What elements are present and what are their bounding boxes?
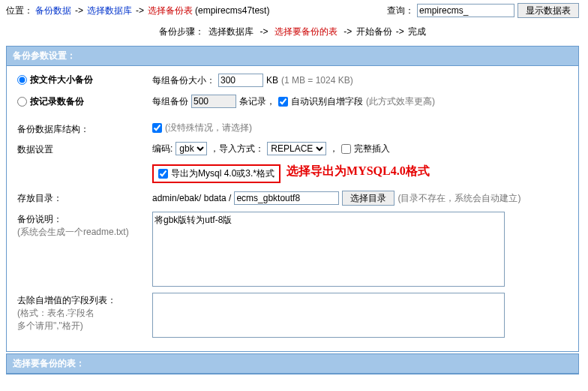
- rows-hint: (此方式效率更高): [366, 95, 435, 108]
- location-prefix: 位置：: [6, 5, 33, 17]
- import-label: ，导入方式：: [210, 143, 264, 155]
- comma: ，: [329, 143, 338, 155]
- exclude-sub1: (格式：表名.字段名: [17, 308, 94, 318]
- arrow-icon: ->: [344, 26, 352, 37]
- loc-suffix: (empirecms47test): [195, 5, 269, 16]
- export-annotation: 选择导出为MYSQL4.0格式: [286, 164, 430, 179]
- exclude-label: 去除自增值的字段列表：: [17, 295, 116, 305]
- export-mysql40-checkbox[interactable]: [158, 169, 168, 179]
- desc-label: 备份说明：: [17, 214, 62, 224]
- arrow-icon: ->: [396, 26, 404, 37]
- loc-link-selectdb[interactable]: 选择数据库: [87, 5, 132, 17]
- size-unit: KB: [266, 75, 278, 86]
- settings-title: 备份参数设置：: [7, 47, 578, 66]
- choose-dir-button[interactable]: 选择目录: [342, 191, 394, 206]
- auto-increment-label: 自动识别自增字段: [291, 95, 363, 108]
- dir-label: 存放目录：: [17, 191, 152, 205]
- radio-by-size-label: 按文件大小备份: [30, 74, 93, 86]
- exclude-textarea[interactable]: [152, 293, 505, 338]
- size-label: 每组备份大小：: [152, 74, 215, 87]
- radio-by-rows[interactable]: [17, 97, 27, 107]
- struct-label: 备份数据库结构：: [17, 122, 152, 136]
- step-4: 完成: [408, 26, 426, 37]
- step-2: 选择要备份的表: [274, 26, 338, 37]
- dir-input[interactable]: [234, 191, 339, 205]
- struct-checkbox[interactable]: [152, 123, 162, 133]
- tables-title: 选择要备份的表：: [7, 354, 578, 374]
- full-insert-label: 完整插入: [354, 143, 390, 155]
- auto-increment-checkbox[interactable]: [278, 97, 288, 107]
- desc-sub: (系统会生成一个readme.txt): [17, 227, 129, 237]
- settings-panel: 备份参数设置： 按文件大小备份 按记录数备份 每组备份大小：: [6, 46, 579, 352]
- show-tables-button[interactable]: 显示数据表: [518, 3, 579, 18]
- query-label: 查询：: [387, 5, 414, 17]
- dir-hint: (目录不存在，系统会自动建立): [398, 192, 520, 205]
- arrow-icon: ->: [75, 5, 83, 16]
- export-format-box: 导出为Mysql 4.0或3.*格式: [152, 164, 280, 183]
- rows-input[interactable]: [191, 95, 236, 108]
- radio-by-size[interactable]: [17, 75, 27, 85]
- arrow-icon: ->: [136, 5, 144, 16]
- struct-hint: (没特殊情况，请选择): [165, 122, 252, 134]
- encoding-label: 编码:: [152, 143, 172, 155]
- query-input[interactable]: [417, 4, 514, 17]
- radio-by-rows-label: 按记录数备份: [30, 95, 84, 108]
- loc-link-selecttable[interactable]: 选择备份表: [148, 5, 193, 17]
- rows-label: 每组备份: [152, 95, 188, 108]
- steps-prefix: 备份步骤：: [159, 26, 204, 37]
- export-mysql40-label: 导出为Mysql 4.0或3.*格式: [171, 167, 274, 180]
- import-select[interactable]: REPLACE: [267, 142, 326, 155]
- full-insert-checkbox[interactable]: [341, 144, 351, 154]
- loc-link-backup[interactable]: 备份数据: [35, 5, 71, 17]
- size-input[interactable]: [218, 74, 263, 87]
- encoding-select[interactable]: gbk: [176, 142, 207, 155]
- dir-prefix: admin/ebak/ bdata /: [152, 193, 231, 203]
- arrow-icon: ->: [260, 26, 268, 37]
- exclude-sub2: 多个请用","格开): [17, 320, 83, 331]
- data-settings-label: 数据设置: [17, 142, 152, 156]
- desc-textarea[interactable]: 将gbk版转为utf-8版: [152, 212, 505, 287]
- step-3: 开始备份: [356, 26, 392, 37]
- rows-unit: 条记录，: [239, 95, 275, 108]
- tables-panel: 选择要备份的表：: [6, 353, 579, 374]
- size-hint: (1 MB = 1024 KB): [281, 75, 353, 86]
- step-1: 选择数据库: [208, 26, 254, 37]
